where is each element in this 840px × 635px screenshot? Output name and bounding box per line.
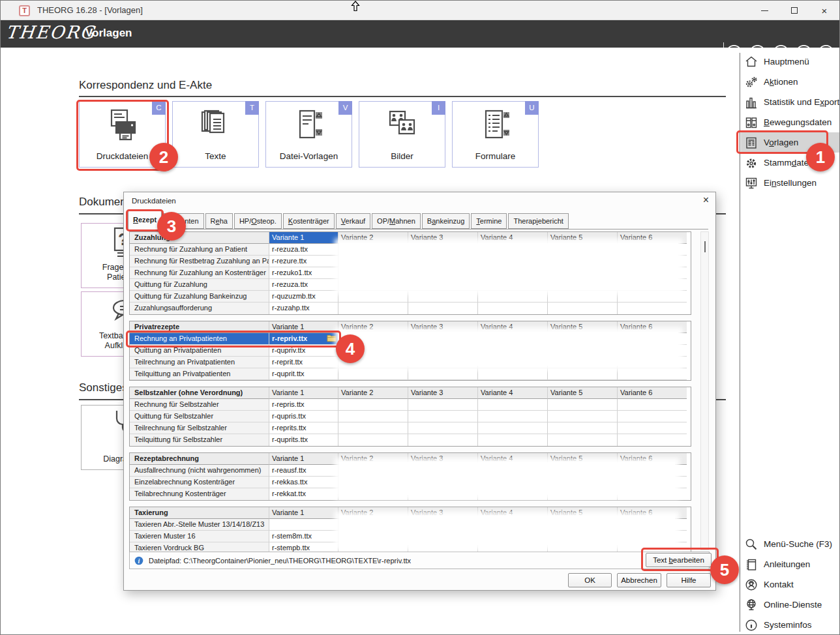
variant-cell-empty[interactable] (338, 303, 408, 314)
variant-cell-empty[interactable] (338, 291, 408, 303)
variant-cell-empty[interactable] (338, 399, 408, 411)
cancel-button[interactable]: Abbrechen (617, 573, 661, 587)
maximize-button[interactable] (779, 1, 809, 20)
scrollbar-thumb[interactable] (704, 241, 706, 252)
variant-cell-empty[interactable] (408, 291, 478, 303)
variant-cell-empty[interactable] (408, 368, 478, 380)
variant-cell-empty[interactable] (548, 303, 618, 314)
tile-bilder[interactable]: IBilder (359, 101, 445, 168)
sidebar-item-label: Systeminfos (764, 620, 812, 630)
tab-verkauf[interactable]: Verkauf (336, 213, 370, 229)
redacted-area (339, 332, 678, 366)
variant-cell-empty[interactable] (408, 399, 478, 411)
variant-cell-empty[interactable] (478, 411, 548, 422)
section-rule (79, 96, 726, 97)
variant-cell-empty[interactable] (548, 434, 618, 446)
sidebar-item-label: Aktionen (764, 77, 798, 87)
column-header[interactable]: Variante 3 (408, 232, 478, 244)
column-header[interactable]: Variante 1 (269, 387, 338, 399)
sidebar-item-bewegungsdaten[interactable]: Bewegungsdaten (741, 112, 840, 132)
variant-cell-empty[interactable] (408, 303, 478, 314)
column-header[interactable]: Variante 4 (478, 232, 548, 244)
tab-therapiebericht[interactable]: Therapiebericht (508, 213, 568, 229)
column-header[interactable]: Variante 1 (269, 453, 338, 465)
dialog-close-icon[interactable]: × (703, 194, 709, 206)
tab-kostentr-ger[interactable]: Kostenträger (283, 213, 335, 229)
sidebar-item-aktionen[interactable]: Aktionen (741, 72, 840, 92)
vertical-scrollbar[interactable] (700, 231, 709, 550)
variant-cell-empty[interactable] (478, 303, 548, 314)
table-row[interactable]: Teilquittung für Selbstzahlerr-quprits.t… (130, 434, 691, 446)
variant-cell-empty[interactable] (338, 368, 408, 380)
text-bearbeiten-button[interactable]: Text bearbeiten (646, 553, 712, 567)
variant-cell-empty[interactable] (408, 434, 478, 446)
variant-cell-empty[interactable] (478, 399, 548, 411)
tile-datei-vorlagen[interactable]: VDatei-Vorlagen (265, 101, 352, 168)
sidebar-item-menu-suche[interactable]: Menü-Suche (F3) (741, 534, 840, 554)
sidebar-item-einstellungen[interactable]: Einstellungen (741, 173, 840, 193)
table-row[interactable]: Rechnung für Selbstzahlerr-repris.ttx (130, 399, 691, 411)
sidebar-item-systeminfos[interactable]: Systeminfos (741, 615, 840, 635)
variant-cell-empty[interactable] (618, 411, 687, 422)
column-header[interactable]: Variante 6 (618, 232, 687, 244)
variant-cell-empty[interactable] (338, 422, 408, 434)
variant-cell-empty[interactable] (618, 422, 687, 434)
tile-formulare[interactable]: UFormulare (452, 101, 539, 168)
variant-cell-empty[interactable] (548, 422, 618, 434)
info-icon (743, 618, 759, 632)
variant-cell-empty[interactable] (478, 422, 548, 434)
ok-button[interactable]: OK (568, 573, 612, 587)
column-header[interactable]: Variante 1 (269, 232, 338, 244)
binders-icon (743, 115, 759, 130)
images-icon (359, 107, 445, 145)
variant-cell-empty[interactable] (408, 422, 478, 434)
tile-texte[interactable]: TTexte (172, 101, 259, 168)
variant-cell-empty[interactable] (618, 303, 687, 314)
column-header[interactable]: Variante 6 (618, 387, 687, 399)
column-header[interactable]: Variante 2 (338, 387, 408, 399)
variant-cell-empty[interactable] (478, 291, 548, 303)
table-row[interactable]: Zuzahlungsaufforderungr-zuzahp.ttx (130, 303, 691, 314)
table-row[interactable]: Teilrechnung für Selbstzahlerr-reprits.t… (130, 422, 691, 434)
sidebar-item-kontakt[interactable]: Kontakt (741, 574, 840, 595)
annotation-step-4: 4 (336, 334, 365, 363)
close-button[interactable]: × (809, 1, 839, 20)
variant-cell-empty[interactable] (618, 434, 687, 446)
minimize-button[interactable] (749, 1, 779, 20)
variant-cell-empty[interactable] (338, 411, 408, 422)
column-header[interactable]: Variante 5 (548, 232, 618, 244)
variant-cell-empty[interactable] (548, 291, 618, 303)
tab-reha[interactable]: Reha (205, 213, 233, 229)
table-row[interactable]: Quittung für Zuzahlung Bankeinzugr-quzuz… (130, 291, 691, 303)
variant-cell-empty[interactable] (618, 368, 687, 380)
variant-cell-empty[interactable] (408, 411, 478, 422)
column-header[interactable]: Variante 5 (548, 387, 618, 399)
column-header[interactable]: Variante 2 (338, 232, 408, 244)
column-header[interactable]: Variante 1 (269, 507, 338, 519)
variant-cell-empty[interactable] (548, 411, 618, 422)
column-header[interactable]: Variante 1 (269, 321, 338, 333)
help-button[interactable]: Hilfe (667, 573, 711, 587)
tab-bankeinzug[interactable]: Bankeinzug (422, 213, 470, 229)
table-row[interactable]: Quittung für Selbstzahlerr-qupris.ttx (130, 411, 691, 422)
variant-cell-empty[interactable] (548, 368, 618, 380)
sidebar-item-statistik-und-export[interactable]: Statistik und Export (741, 92, 840, 112)
variant-cell-empty[interactable] (618, 291, 687, 303)
column-header[interactable]: Variante 4 (478, 387, 548, 399)
pages-icon (173, 107, 258, 145)
variant-cell-empty[interactable] (478, 434, 548, 446)
variant-cell-empty[interactable] (478, 368, 548, 380)
tab-op-mahnen[interactable]: OP/Mahnen (372, 213, 421, 229)
sidebar-item-hauptmenu[interactable]: Hauptmenü (741, 52, 840, 72)
sidebar-item-anleitungen[interactable]: Anleitungen (741, 554, 840, 574)
sidebar-item-label: Anleitungen (764, 559, 810, 569)
table-row[interactable]: Teilquittung an Privatpatientenr-quprit.… (130, 368, 691, 380)
variant-cell-empty[interactable] (548, 399, 618, 411)
folder-icon[interactable] (327, 334, 337, 345)
sidebar-item-online-dienste[interactable]: Online-Dienste (741, 595, 840, 615)
variant-cell-empty[interactable] (618, 399, 687, 411)
tab-hp-osteop-[interactable]: HP/Osteop. (234, 213, 282, 229)
column-header[interactable]: Variante 3 (408, 387, 478, 399)
variant-cell-empty[interactable] (338, 434, 408, 446)
tab-termine[interactable]: Termine (471, 213, 507, 229)
